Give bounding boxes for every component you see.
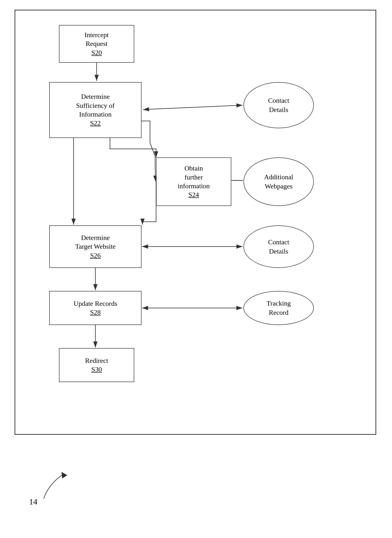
box-s20-text2: Request [84,39,109,48]
ellipse-contact1-line1: Contact [268,96,289,105]
box-s22-step: S22 [76,119,115,128]
box-s26-line1: Determine [75,233,116,242]
box-s26-line2: Target Website [75,242,116,251]
box-s24: Obtain further information S24 [156,157,231,206]
ellipse-tracking-line2: Record [267,308,291,317]
box-s20-step: S20 [84,48,109,57]
box-s22-line2: Sufficiency of [76,101,115,110]
figure-label-area: 14 [29,470,73,506]
box-s22-line1: Determine [76,92,115,101]
svg-line-5 [143,105,242,110]
ellipse-tracking: Tracking Record [243,291,314,325]
diagram-border: Intercept Request S20 Determine Sufficie… [15,10,376,435]
box-s26: Determine Target Website S26 [49,225,142,268]
ellipse-tracking-line1: Tracking [267,299,291,308]
box-s30-step: S30 [85,365,108,374]
ellipse-contact2-line2: Details [268,247,289,256]
ellipse-contact2-line1: Contact [268,238,289,247]
box-s20-text: Intercept [84,31,109,39]
box-s28: Update Records S28 [49,291,142,325]
box-s30: Redirect S30 [59,348,134,382]
box-s24-line1: Obtain [178,164,210,173]
box-s20: Intercept Request S20 [59,25,134,63]
figure-arrow-svg [29,470,73,501]
box-s22: Determine Sufficiency of Information S22 [49,82,142,138]
diagram-container: Intercept Request S20 Determine Sufficie… [15,10,375,434]
box-s30-line1: Redirect [85,356,108,365]
ellipse-additional-line2: Webpages [264,182,293,191]
box-s26-step: S26 [75,251,116,260]
ellipse-additional: Additional Webpages [243,157,314,206]
ellipse-contact1-line2: Details [268,105,289,114]
box-s28-line1: Update Records [74,299,117,308]
ellipse-contact1: Contact Details [243,82,314,128]
box-s22-line3: Information [76,110,115,119]
box-s24-step: S24 [178,190,210,199]
box-s24-line2: further [178,173,210,182]
box-s28-step: S28 [74,308,117,317]
ellipse-contact2: Contact Details [243,225,314,268]
ellipse-additional-line1: Additional [264,172,293,182]
box-s24-line3: information [178,182,210,190]
